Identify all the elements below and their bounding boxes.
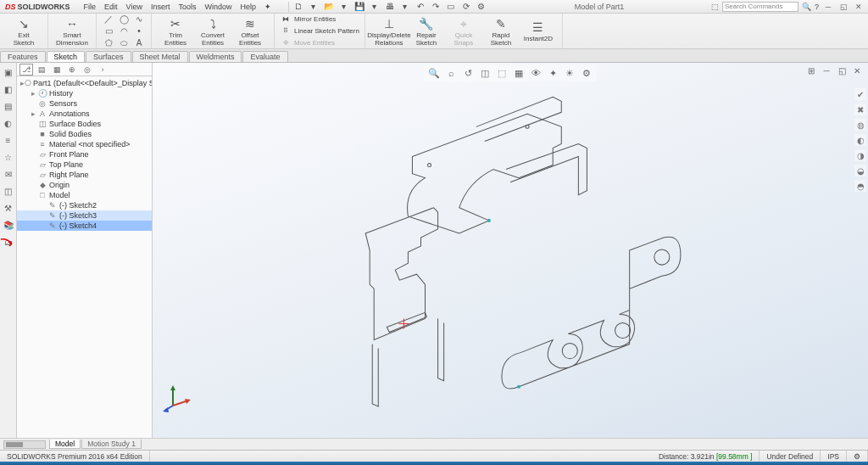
tab-model[interactable]: Model [49,440,81,449]
appearance-icon[interactable]: ◐ [3,117,14,129]
open-icon[interactable]: 📂 [323,1,335,13]
view-palette-icon[interactable]: ◫ [3,185,14,197]
menu-bar: File Edit View Insert Tools Window Help … [75,3,271,11]
tab-sheet-metal[interactable]: Sheet Metal [132,51,188,62]
search-commands-input[interactable]: Search Commands [722,2,798,12]
menu-help[interactable]: Help [240,3,256,11]
tab-surfaces[interactable]: Surfaces [86,51,131,62]
chevron-down-icon[interactable]: ▾ [369,1,381,13]
tab-evaluate[interactable]: Evaluate [242,51,287,62]
tree-node-right-plane[interactable]: ▱Right Plane [17,170,152,180]
fm-tab-more-icon[interactable]: › [96,64,109,76]
sketch-geometry [153,63,868,438]
snaps-icon: ⌖ [455,15,472,32]
menu-file[interactable]: File [84,3,97,11]
exit-sketch-button[interactable]: ↘ Exit Sketch [5,15,42,47]
status-custom-icon[interactable]: ⚙ [847,451,868,462]
fm-tab-display-icon[interactable]: ◎ [81,64,94,76]
menu-tools[interactable]: Tools [178,3,196,11]
svg-point-0 [428,164,431,167]
chevron-down-icon[interactable]: ▾ [399,1,411,13]
select-icon[interactable]: ▭ [445,1,457,13]
close-button[interactable]: ✕ [853,2,865,12]
tree-root[interactable]: ▸⎔Part1 (Default<<Default>_Display State [17,78,152,88]
tree-node-material[interactable]: ≡Material <not specified> [17,139,152,149]
menu-window[interactable]: Window [204,3,231,11]
tree-node-sensors[interactable]: ◎Sensors [17,98,152,109]
menu-insert[interactable]: Insert [151,3,170,11]
tree-node-top-plane[interactable]: ▱Top Plane [17,160,152,170]
save-icon[interactable]: 💾 [353,1,365,13]
menu-edit[interactable]: Edit [104,3,118,11]
tab-weldments[interactable]: Weldments [189,51,242,62]
point-icon[interactable]: • [132,26,146,36]
spline-icon[interactable]: ∿ [132,14,146,25]
timeline-scroll[interactable] [3,440,46,449]
arc-icon[interactable]: ◠ [117,26,131,36]
fm-tab-tree-icon[interactable]: ⎇ [19,64,33,76]
mirror-entities-button[interactable]: ⧓Mirror Entities [280,14,359,25]
new-doc-icon[interactable]: 🗋 [292,1,304,13]
tree-node-sketch3[interactable]: ✎(-) Sketch3 [17,210,152,221]
pin-icon[interactable]: ✦ [264,3,271,11]
print-icon[interactable]: 🖶 [384,1,396,13]
tree-node-solid-bodies[interactable]: ■Solid Bodies [17,129,152,139]
rapid-icon: ✎ [492,15,509,32]
fm-tab-property-icon[interactable]: ▤ [35,64,48,76]
text-icon[interactable]: A [132,38,146,48]
display-delete-relations-button[interactable]: ⊥ Display/Delete Relations [370,15,408,47]
app-brand: SOLIDWORKS [18,3,70,11]
smart-dimension-button[interactable]: ↔ Smart Dimension [53,15,91,47]
toolbox-icon[interactable]: ⚒ [3,202,14,214]
ellipse-icon[interactable]: ⬭ [117,38,131,48]
custom-props-icon[interactable]: ≡ [3,134,14,146]
command-manager-tabs: Features Sketch Surfaces Sheet Metal Wel… [0,49,868,63]
rapid-sketch-button[interactable]: ✎ Rapid Sketch [482,15,520,47]
rebuild-icon[interactable]: ⟳ [460,1,472,13]
linear-pattern-button[interactable]: ⠿Linear Sketch Pattern [280,26,359,36]
chevron-down-icon[interactable]: ▾ [338,1,350,13]
tree-node-annotations[interactable]: ▸AAnnotations [17,109,152,119]
tab-motion-study[interactable]: Motion Study 1 [81,440,142,449]
minimize-button[interactable]: ─ [822,2,834,12]
line-icon[interactable]: ／ [102,14,115,25]
undo-icon[interactable]: ↶ [415,1,426,13]
repair-sketch-button[interactable]: 🔧 Repair Sketch [408,15,445,47]
redo-icon[interactable]: ↷ [430,1,442,13]
orientation-triad-icon[interactable] [163,384,192,412]
menu-view[interactable]: View [126,3,142,11]
resources-icon[interactable]: ☆ [3,151,14,163]
tree-node-sketch2[interactable]: ✎(-) Sketch2 [17,200,152,210]
trim-entities-button[interactable]: ✂ Trim Entities [157,15,194,47]
status-units[interactable]: IPS [821,451,847,462]
tab-features[interactable]: Features [0,51,46,62]
restore-button[interactable]: ◱ [837,2,849,12]
tree-node-origin[interactable]: ◆Origin [17,180,152,190]
library-icon[interactable]: 📚 [3,219,14,231]
circle-icon[interactable]: ◯ [117,14,131,25]
tree-node-surface-bodies[interactable]: ◫Surface Bodies [17,119,152,129]
options-icon[interactable]: ⚙ [476,1,487,13]
fm-tab-dim-icon[interactable]: ⊕ [65,64,79,76]
instant2d-button[interactable]: ☰ Instant2D [520,19,557,42]
chevron-down-icon[interactable]: ▾ [308,1,320,13]
search-icon[interactable]: 🔍 [802,3,811,11]
rectangle-icon[interactable]: ▭ [102,26,115,36]
assembly-icon[interactable]: ▣ [3,66,14,78]
tree-node-history[interactable]: ▸🕘History [17,88,152,98]
drawing-icon[interactable]: ▤ [3,100,14,112]
polygon-icon[interactable]: ⬠ [102,38,115,48]
tree-node-front-plane[interactable]: ▱Front Plane [17,149,152,160]
tab-sketch[interactable]: Sketch [47,51,86,62]
help-icon[interactable]: ? [815,3,819,11]
offset-entities-button[interactable]: ≋ Offset Entities [231,15,269,47]
forum-icon[interactable]: ✉ [3,168,14,180]
tree-node-sketch4[interactable]: ✎(-) Sketch4 [17,221,152,231]
tree-node-model[interactable]: □Model [17,190,152,200]
search-db-icon[interactable]: ⬚ [711,3,719,11]
convert-entities-button[interactable]: ⤵ Convert Entities [194,15,231,47]
fm-tab-config-icon[interactable]: ▦ [50,64,64,76]
graphics-viewport[interactable]: 🔍 ⌕ ↺ ◫ ⬚ ▦ 👁 ✦ ☀ ⚙ ⊞ ─ ◱ ✕ ✔ ✖ ◍ [153,63,868,438]
part-icon[interactable]: ◧ [3,83,14,95]
feature-tree[interactable]: ▸⎔Part1 (Default<<Default>_Display State… [17,76,152,438]
